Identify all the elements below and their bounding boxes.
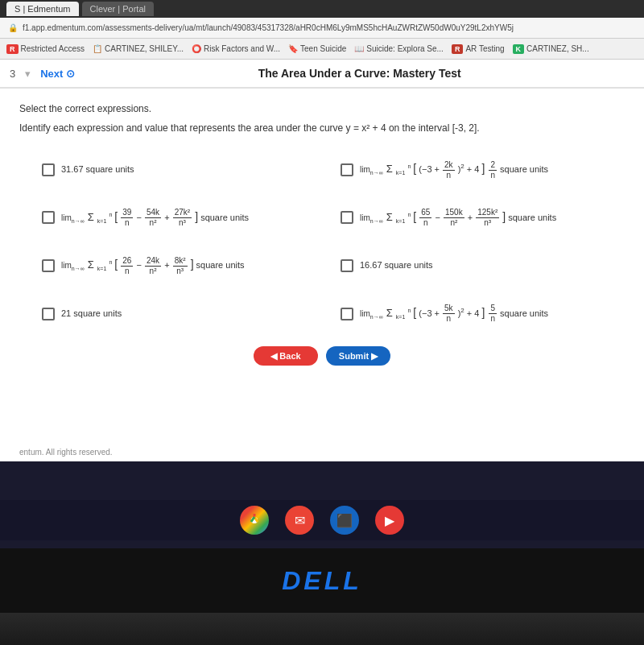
teams-icon[interactable]: ⬛ bbox=[330, 506, 359, 535]
restricted-icon: R bbox=[6, 44, 19, 54]
mail-icon[interactable]: ✉ bbox=[285, 506, 314, 535]
checkbox-8[interactable] bbox=[341, 308, 353, 320]
option-4[interactable]: limn→∞ Σ k=1 n [ 65 n − 150k n² + 125k² … bbox=[334, 201, 609, 235]
option-5-text: limn→∞ Σ k=1 n [ 26 n − 24k n² + 8k² n³ bbox=[61, 255, 245, 276]
question-body: Identify each expression and value that … bbox=[19, 121, 625, 135]
option-2-text: limn→∞ Σ k=1 n [ (−3 + 2k n )2 + 4 ] 2 n… bbox=[360, 159, 548, 180]
submit-button[interactable]: Submit ▶ bbox=[326, 346, 390, 366]
tab-edmentum[interactable]: S | Edmentum bbox=[6, 2, 79, 16]
chevron-down-icon[interactable]: ▾ bbox=[25, 68, 31, 80]
youtube-icon[interactable]: ▶ bbox=[375, 506, 404, 535]
bookmark-suicide[interactable]: 📖 Suicide: Explora Se... bbox=[354, 44, 444, 53]
option-3[interactable]: limn→∞ Σ k=1 n [ 39 n − 54k n² + 27k² n³ bbox=[35, 201, 310, 235]
checkbox-4[interactable] bbox=[341, 211, 353, 224]
back-button[interactable]: ◀ Back bbox=[254, 346, 318, 366]
option-6[interactable]: 16.67 square units bbox=[334, 249, 609, 283]
option-7-text: 21 square units bbox=[61, 307, 122, 321]
app-toolbar: 3 ▾ Next ⊙ The Area Under a Curve: Maste… bbox=[0, 60, 644, 89]
ar-icon: R bbox=[452, 44, 464, 54]
k-icon: K bbox=[513, 44, 525, 54]
bookmark-teen-label: Teen Suicide bbox=[300, 44, 346, 53]
option-4-text: limn→∞ Σ k=1 n [ 65 n − 150k n² + 125k² … bbox=[360, 208, 556, 229]
bookmark-ar[interactable]: R AR Testing bbox=[452, 44, 505, 54]
browser-top-bar: S | Edmentum Clever | Portal bbox=[0, 0, 644, 18]
footer-copyright: entum. All rights reserved. bbox=[0, 443, 644, 461]
content-area: Select the correct expressions. Identify… bbox=[0, 89, 644, 443]
option-6-text: 16.67 square units bbox=[360, 258, 433, 273]
dell-logo-area: DELL bbox=[0, 548, 644, 613]
option-8-text: limn→∞ Σ k=1 n [ (−3 + 5k n )2 + 4 ] 5 n… bbox=[360, 304, 548, 325]
dell-logo: DELL bbox=[282, 566, 362, 596]
checkbox-5[interactable] bbox=[42, 259, 55, 272]
bookmark-bar: R Restricted Access 📋 CARTINEZ, SHILEY..… bbox=[0, 39, 644, 60]
checkbox-2[interactable] bbox=[341, 163, 353, 176]
option-8[interactable]: limn→∞ Σ k=1 n [ (−3 + 5k n )2 + 4 ] 5 n… bbox=[334, 297, 609, 331]
chrome-icon[interactable] bbox=[240, 506, 269, 535]
page-title: The Area Under a Curve: Mastery Test bbox=[85, 67, 634, 80]
bookmark-restricted-label: Restricted Access bbox=[21, 44, 85, 53]
option-3-text: limn→∞ Σ k=1 n [ 39 n − 54k n² + 27k² n³ bbox=[61, 208, 249, 229]
checkbox-1[interactable] bbox=[42, 163, 55, 176]
bookmark-risk[interactable]: ⭕ Risk Factors and W... bbox=[192, 44, 280, 53]
bookmark-suicide-label: Suicide: Explora Se... bbox=[366, 44, 444, 53]
address-bar[interactable]: 🔒 f1.app.edmentum.com/assessments-delive… bbox=[0, 18, 644, 39]
bookmark-k[interactable]: K CARTINEZ, SH... bbox=[513, 44, 589, 54]
bookmark-teen[interactable]: 🔖 Teen Suicide bbox=[288, 44, 346, 53]
bookmark-cartinez-label: CARTINEZ, SHILEY... bbox=[105, 44, 184, 53]
question-instruction: Select the correct expressions. bbox=[19, 103, 625, 114]
bookmark-ar-label: AR Testing bbox=[465, 44, 504, 53]
question-number: 3 bbox=[10, 68, 15, 80]
bookmark-cartinez[interactable]: 📋 CARTINEZ, SHILEY... bbox=[93, 44, 184, 53]
bookmark-risk-label: Risk Factors and W... bbox=[204, 44, 280, 53]
checkbox-3[interactable] bbox=[42, 211, 55, 224]
next-arrow-icon: ⊙ bbox=[66, 68, 75, 80]
checkbox-6[interactable] bbox=[341, 259, 353, 272]
option-5[interactable]: limn→∞ Σ k=1 n [ 26 n − 24k n² + 8k² n³ bbox=[35, 249, 310, 283]
option-7[interactable]: 21 square units bbox=[35, 297, 310, 331]
option-1-text: 31.67 square units bbox=[61, 163, 134, 177]
checkbox-7[interactable] bbox=[42, 308, 55, 320]
option-1[interactable]: 31.67 square units bbox=[35, 153, 310, 187]
monitor-bezel-bottom bbox=[0, 613, 644, 645]
url-text: f1.app.edmentum.com/assessments-delivery… bbox=[23, 23, 514, 32]
bookmark-k-label: CARTINEZ, SH... bbox=[526, 44, 589, 53]
next-button[interactable]: Next ⊙ bbox=[40, 68, 75, 80]
taskbar: ✉ ⬛ ▶ bbox=[0, 500, 644, 540]
tab-clever[interactable]: Clever | Portal bbox=[82, 2, 155, 16]
bookmark-restricted[interactable]: R Restricted Access bbox=[6, 44, 85, 54]
next-label: Next bbox=[40, 68, 63, 80]
options-grid: 31.67 square units limn→∞ Σ k=1 n [ (−3 … bbox=[19, 153, 625, 330]
option-2[interactable]: limn→∞ Σ k=1 n [ (−3 + 2k n )2 + 4 ] 2 n… bbox=[334, 153, 609, 187]
